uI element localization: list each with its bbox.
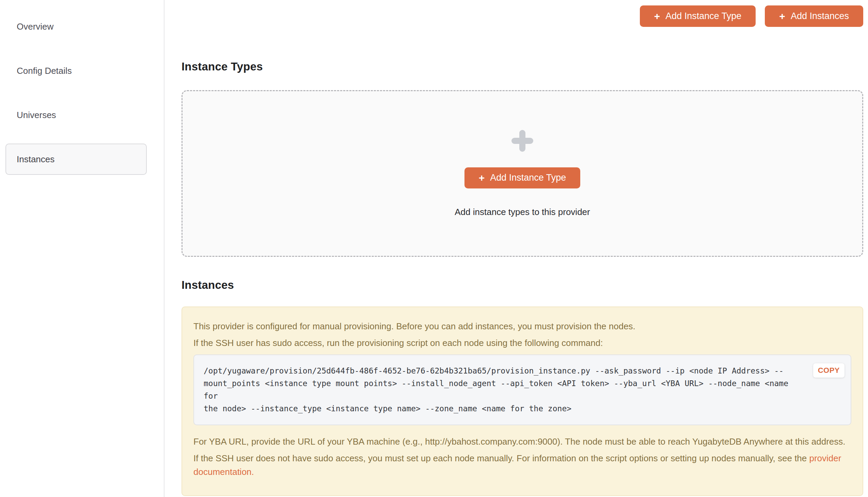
sidebar-item-label: Config Details — [17, 66, 72, 76]
sidebar-item-instances[interactable]: Instances — [5, 144, 147, 175]
copy-command-button[interactable]: COPY — [813, 363, 844, 378]
empty-state-add-button-label: Add Instance Type — [490, 172, 566, 183]
empty-state-caption: Add instance types to this provider — [455, 207, 590, 217]
notice-line-1: This provider is configured for manual p… — [193, 320, 851, 333]
sidebar-item-overview[interactable]: Overview — [0, 11, 164, 42]
yba-url-note: For YBA URL, provide the URL of your YBA… — [193, 435, 851, 448]
sidebar-item-label: Universes — [17, 110, 56, 120]
notice-line-2: If the SSH user has sudo access, run the… — [193, 336, 851, 350]
instance-types-empty-state: + Add Instance Type Add instance types t… — [181, 90, 863, 257]
instances-tab-content: + Add Instance Type + Add Instances Inst… — [164, 0, 868, 497]
instance-types-heading: Instance Types — [181, 60, 863, 73]
plus-icon — [511, 130, 533, 152]
manual-provisioning-notice: This provider is configured for manual p… — [181, 307, 863, 496]
plus-icon: + — [654, 11, 660, 22]
empty-state-add-instance-type-button[interactable]: + Add Instance Type — [465, 167, 581, 188]
provision-command-block: /opt/yugaware/provision/25d644fb-486f-46… — [193, 354, 851, 425]
instances-heading: Instances — [181, 279, 863, 292]
add-instances-button[interactable]: + Add Instances — [765, 5, 863, 27]
sidebar-item-config-details[interactable]: Config Details — [0, 55, 164, 86]
add-instance-type-button[interactable]: + Add Instance Type — [640, 5, 756, 27]
provision-command-text: /opt/yugaware/provision/25d644fb-486f-46… — [204, 365, 796, 415]
add-instance-type-button-label: Add Instance Type — [665, 11, 741, 22]
sidebar-item-label: Overview — [17, 22, 54, 32]
plus-icon: + — [479, 173, 485, 183]
no-sudo-note-text: If the SSH user does not have sudo acces… — [193, 453, 810, 463]
plus-icon: + — [779, 11, 785, 22]
sidebar-item-universes[interactable]: Universes — [0, 99, 164, 131]
provider-sidebar: Overview Config Details Universes Instan… — [0, 0, 164, 497]
add-instances-button-label: Add Instances — [791, 11, 849, 22]
sidebar-item-label: Instances — [17, 154, 54, 165]
action-toolbar: + Add Instance Type + Add Instances — [181, 5, 863, 27]
provider-details-page: Overview Config Details Universes Instan… — [0, 0, 868, 497]
no-sudo-note: If the SSH user does not have sudo acces… — [193, 451, 851, 479]
